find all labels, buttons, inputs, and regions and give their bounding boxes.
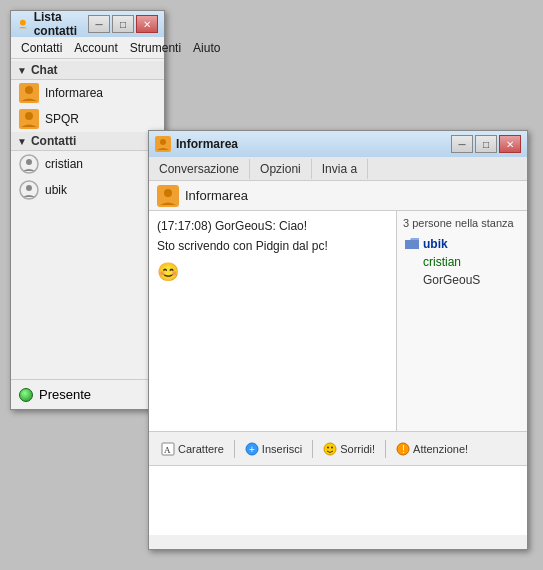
contact-icon-cristian (19, 154, 39, 174)
chat-close-button[interactable]: ✕ (499, 135, 521, 153)
toolbar-attenzione[interactable]: ! Attenzione! (390, 440, 474, 458)
section-arrow-contatti: ▼ (17, 136, 27, 147)
toolbar-inserisci[interactable]: + Inserisci (239, 440, 308, 458)
menu-bar: Contatti Account Strumenti Aiuto (11, 37, 164, 59)
message-2: Sto scrivendo con Pidgin dal pc! (157, 237, 388, 255)
contact-window-title: Lista contatti (34, 10, 88, 38)
attenzione-icon: ! (396, 442, 410, 456)
chat-maximize-button[interactable]: □ (475, 135, 497, 153)
minimize-button[interactable]: ─ (88, 15, 110, 33)
toolbar-sep-3 (385, 440, 386, 458)
chat-messages: (17:17:08) GorGeouS: Ciao! Sto scrivendo… (149, 211, 397, 431)
svg-text:A: A (164, 445, 171, 455)
status-indicator (19, 388, 33, 402)
toolbar-carattere[interactable]: A Carattere (155, 440, 230, 458)
section-arrow-chat: ▼ (17, 65, 27, 76)
contact-icon-ubik (19, 180, 39, 200)
chat-input[interactable] (155, 470, 521, 531)
chat-app-icon (155, 136, 171, 152)
folder-icon-ubik (405, 238, 419, 250)
chat-window-title: Informarea (176, 137, 238, 151)
svg-text:+: + (249, 444, 255, 455)
svg-text:!: ! (402, 444, 405, 455)
toolbar-sep-1 (234, 440, 235, 458)
menu-aiuto[interactable]: Aiuto (187, 39, 226, 57)
contact-icon-informarea (19, 83, 39, 103)
sorridi-icon (323, 442, 337, 456)
svg-point-8 (26, 185, 32, 191)
menu-account[interactable]: Account (68, 39, 123, 57)
app-icon (17, 16, 29, 32)
svg-point-18 (327, 446, 329, 448)
tab-conversazione[interactable]: Conversazione (149, 159, 250, 179)
svg-point-12 (164, 189, 172, 197)
contact-list-body: ▼ Chat Informarea SPQR ▼ Contatti (11, 59, 164, 205)
contact-icon-spqr (19, 109, 39, 129)
chat-minimize-button[interactable]: ─ (451, 135, 473, 153)
participant-cristian: cristian (403, 253, 521, 271)
contact-name-spqr: SPQR (45, 112, 79, 126)
section-contatti-label: Contatti (31, 134, 76, 148)
participant-gorgeous: GorGeouS (403, 271, 521, 289)
tab-opzioni[interactable]: Opzioni (250, 159, 312, 179)
svg-point-19 (331, 446, 333, 448)
chat-header-name: Informarea (185, 188, 248, 203)
svg-point-17 (324, 443, 336, 455)
status-bar: Presente (11, 379, 164, 409)
chat-title-buttons: ─ □ ✕ (451, 135, 521, 153)
contact-cristian[interactable]: cristian (11, 151, 164, 177)
toolbar-sorridi[interactable]: Sorridi! (317, 440, 381, 458)
message-1: (17:17:08) GorGeouS: Ciao! (157, 217, 388, 235)
participant-ubik: ubik (403, 235, 521, 253)
inserisci-icon: + (245, 442, 259, 456)
emoji-smiley: 😊 (157, 259, 179, 286)
svg-point-0 (20, 20, 26, 26)
chat-header-icon (157, 185, 179, 207)
section-contatti[interactable]: ▼ Contatti (11, 132, 164, 151)
chat-input-area (149, 465, 527, 535)
menu-contatti[interactable]: Contatti (15, 39, 68, 57)
maximize-button[interactable]: □ (112, 15, 134, 33)
chat-toolbar: A Carattere + Inserisci Sorridi! (149, 431, 527, 465)
chat-title-bar: Informarea ─ □ ✕ (149, 131, 527, 157)
svg-point-4 (25, 112, 33, 120)
contact-name-cristian: cristian (45, 157, 83, 171)
svg-point-2 (25, 86, 33, 94)
section-chat-label: Chat (31, 63, 58, 77)
close-button[interactable]: ✕ (136, 15, 158, 33)
contact-name-ubik: ubik (45, 183, 67, 197)
contact-ubik[interactable]: ubik (11, 177, 164, 203)
room-info: 3 persone nella stanza (403, 217, 521, 229)
chat-sidebar: 3 persone nella stanza ubik cristian Gor… (397, 211, 527, 431)
tab-invia-a[interactable]: Invia a (312, 159, 368, 179)
menu-strumenti[interactable]: Strumenti (124, 39, 187, 57)
contact-informarea[interactable]: Informarea (11, 80, 164, 106)
chat-window: Informarea ─ □ ✕ Conversazione Opzioni I… (148, 130, 528, 550)
contact-title-bar: Lista contatti ─ □ ✕ (11, 11, 164, 37)
participant-list: ubik cristian GorGeouS (403, 235, 521, 289)
carattere-icon: A (161, 442, 175, 456)
chat-header: Informarea (149, 181, 527, 211)
svg-point-10 (160, 139, 166, 145)
section-chat[interactable]: ▼ Chat (11, 61, 164, 80)
chat-body: (17:17:08) GorGeouS: Ciao! Sto scrivendo… (149, 211, 527, 431)
toolbar-sep-2 (312, 440, 313, 458)
status-label: Presente (39, 387, 91, 402)
contact-name-informarea: Informarea (45, 86, 103, 100)
title-bar-buttons: ─ □ ✕ (88, 15, 158, 33)
conversation-tabs: Conversazione Opzioni Invia a (149, 157, 527, 181)
svg-point-6 (26, 159, 32, 165)
contact-spqr[interactable]: SPQR (11, 106, 164, 132)
contact-list-window: Lista contatti ─ □ ✕ Contatti Account St… (10, 10, 165, 410)
